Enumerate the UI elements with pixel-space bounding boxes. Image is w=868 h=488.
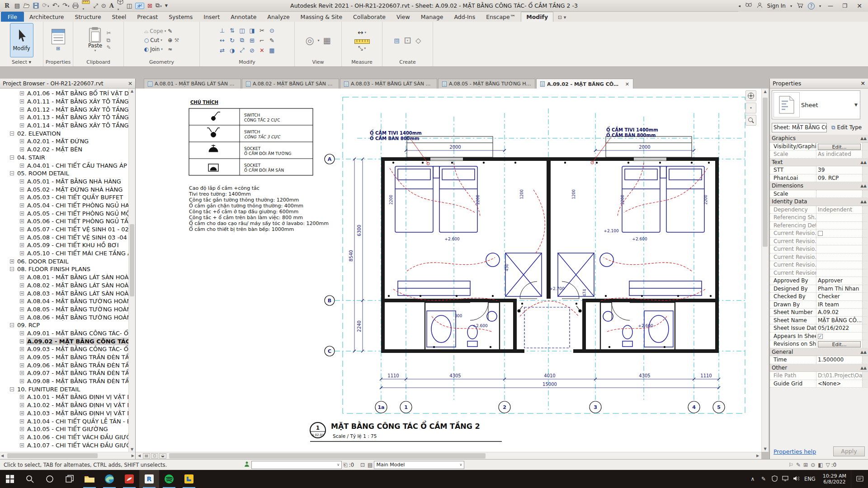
properties-close-icon[interactable]: ✕ xyxy=(861,80,865,87)
split-icon[interactable]: ✂ xyxy=(258,26,267,35)
sign-in-label[interactable]: Sign In xyxy=(767,3,786,9)
browser-item[interactable]: −09. RCP xyxy=(0,321,128,329)
family-types-icon[interactable]: ⊞ xyxy=(56,46,60,52)
property-value[interactable]: IR team xyxy=(816,301,862,309)
cut-icon[interactable]: ✂ xyxy=(106,30,111,36)
ribbon-display-toggle[interactable]: ⊡ ▾ xyxy=(558,14,566,22)
property-value[interactable]: Approver xyxy=(816,277,862,285)
collapse-section-icon[interactable]: ▲▲ xyxy=(860,183,867,188)
delete-icon[interactable]: ✕ xyxy=(258,46,267,55)
array-icon[interactable]: ⊞ xyxy=(248,36,257,45)
tree-expander-icon[interactable]: + xyxy=(20,379,24,383)
match-icon[interactable]: ✎ xyxy=(268,36,277,45)
property-row[interactable]: Guide Grid<None> xyxy=(770,380,868,388)
browser-item[interactable]: +A.05.04 - CHI TIẾT PHÒNG NGỦ HAI GIƯỜ xyxy=(0,202,128,210)
tree-expander-icon[interactable]: + xyxy=(10,259,14,263)
collapse-section-icon[interactable]: ▲▲ xyxy=(860,136,867,141)
property-row[interactable]: Sheet NameMẶT BẰNG CÔ... xyxy=(770,317,868,325)
panel-label-create[interactable]: Create xyxy=(382,59,433,66)
beam-handles-icon[interactable]: ⊕ xyxy=(168,37,172,43)
aligned-dimension-icon[interactable]: ⤢ xyxy=(93,2,98,9)
browser-item[interactable]: +A.10.05 - CHI TIẾT GIƯỜNG xyxy=(0,425,128,433)
property-row[interactable]: Current Revisio... xyxy=(770,230,868,238)
project-browser-hscrollbar[interactable]: ◀ ▶ xyxy=(0,452,135,459)
edit-button[interactable]: Edit... xyxy=(818,144,861,150)
clock[interactable]: 10:29 AM 6/8/2022 xyxy=(818,473,851,485)
type-preview[interactable]: Sheet ▼ xyxy=(772,90,860,119)
tree-expander-icon[interactable]: + xyxy=(20,363,24,367)
notification-center-icon[interactable] xyxy=(851,470,868,488)
property-row[interactable]: Current Revision xyxy=(770,269,868,277)
property-value[interactable]: <None> xyxy=(816,380,862,388)
unpin-icon[interactable]: ⊘ xyxy=(248,46,257,55)
tree-expander-icon[interactable]: + xyxy=(20,123,24,127)
project-browser-header[interactable]: Project Browser - OH-R21-220607.rvt ✕ xyxy=(0,79,135,89)
steering-wheel-icon[interactable] xyxy=(745,90,756,101)
browser-item[interactable]: +A.05.06 - CHI TIẾT PHÒNG NGỦ TẦNG ÁP xyxy=(0,217,128,225)
browser-item[interactable]: +A.05.05 - CHI TIẾT PHÒNG NGỦ MỘT GIƯ xyxy=(0,209,128,217)
property-value[interactable] xyxy=(816,245,862,253)
view-tab-1[interactable]: A.08.01 - MẶT BẰNG LÁT SÀN HOÀ... xyxy=(144,79,241,89)
view-tab-5[interactable]: A.09.02 - MẶT BẰNG CÔNG TÁC...✕ xyxy=(536,79,633,89)
ribbon-tab-precast[interactable]: Precast xyxy=(132,12,163,22)
text-icon[interactable]: A xyxy=(109,2,114,9)
sign-in-dropdown-icon[interactable]: ▾ xyxy=(790,4,792,8)
tree-expander-icon[interactable]: + xyxy=(20,219,24,223)
tree-expander-icon[interactable]: + xyxy=(20,371,24,375)
pdf-app-icon[interactable] xyxy=(119,470,139,488)
cortana-button[interactable] xyxy=(40,470,60,488)
offset-icon[interactable]: ⇅ xyxy=(228,26,237,35)
tree-expander-icon[interactable]: + xyxy=(20,355,24,359)
browser-item[interactable]: +A.02.02 - MẶT BÊN xyxy=(0,145,128,154)
browser-item[interactable]: +A.10.04 - CHI TIẾT QUẦY LỄ TÂN - BUFFE xyxy=(0,417,128,425)
property-row[interactable]: Appears In Shee...✓ xyxy=(770,333,868,341)
pin-icon[interactable]: ⊙ xyxy=(268,26,277,35)
tree-expander-icon[interactable]: + xyxy=(20,188,24,192)
browser-item[interactable]: −04. STAIR xyxy=(0,154,128,162)
restore-button[interactable]: ❐ xyxy=(840,3,850,9)
tree-expander-icon[interactable]: + xyxy=(20,108,24,112)
property-value[interactable]: MẶT BẰNG CÔ... xyxy=(816,317,862,324)
shield-tray-icon[interactable] xyxy=(769,475,780,483)
property-value[interactable]: 09. RCP xyxy=(816,174,862,182)
property-value[interactable]: Checker xyxy=(816,293,862,300)
tree-expander-icon[interactable]: + xyxy=(20,164,24,168)
property-value[interactable] xyxy=(816,190,862,198)
copy-icon[interactable]: ⧉ xyxy=(106,37,111,43)
ribbon-tab-modify[interactable]: Modify xyxy=(521,12,553,22)
properties-section-header[interactable]: Text▲▲ xyxy=(770,159,868,167)
edit-button[interactable]: Edit... xyxy=(818,341,861,347)
browser-item[interactable]: +A.09.07 - MẶT BẰNG TRẦN ĐÈN TẦNG 3 xyxy=(0,369,128,377)
browser-item[interactable]: +A.05.10 - CHI TIẾT MÁI CHE TẦNG ÁP MÁ xyxy=(0,249,128,258)
property-value[interactable]: 05/16/2022 xyxy=(816,324,862,332)
tree-expander-icon[interactable]: − xyxy=(10,155,14,160)
browser-item[interactable]: +A.05.07 - CHI TIẾT VỆ SINH 01 - 02 xyxy=(0,225,128,234)
mirror-pick-icon[interactable]: ◨ xyxy=(248,26,257,35)
tree-expander-icon[interactable]: + xyxy=(20,275,24,279)
panel-label-clipboard[interactable]: Clipboard xyxy=(73,59,123,66)
ribbon-tab-systems[interactable]: Systems xyxy=(163,12,198,22)
browser-item[interactable]: +A.09.01 - MẶT BẰNG CÔNG TÁC- Ổ CẮM xyxy=(0,329,128,338)
tree-expander-icon[interactable]: − xyxy=(10,387,14,391)
tree-expander-icon[interactable]: + xyxy=(20,179,24,183)
tree-expander-icon[interactable]: + xyxy=(20,331,24,335)
visual-style-icon[interactable]: ◻ xyxy=(151,453,158,459)
tree-expander-icon[interactable]: + xyxy=(20,427,24,431)
property-value[interactable] xyxy=(816,222,862,230)
browser-item[interactable]: +A.05.01 - MẶT BẰNG NHÀ HÀNG xyxy=(0,178,128,186)
ribbon-tab-annotate[interactable]: Annotate xyxy=(225,12,262,22)
ribbon-tab-insert[interactable]: Insert xyxy=(198,12,225,22)
tree-expander-icon[interactable]: − xyxy=(10,171,14,175)
tree-expander-icon[interactable]: + xyxy=(20,283,24,287)
panel-label-properties[interactable]: Properties xyxy=(43,59,73,66)
tree-expander-icon[interactable]: + xyxy=(20,347,24,351)
scale-icon[interactable]: ⤢ xyxy=(238,46,247,55)
create-group-icon[interactable]: ⧈ xyxy=(394,35,400,46)
user-icon[interactable] xyxy=(757,2,763,9)
tree-expander-icon[interactable]: − xyxy=(10,267,14,271)
tree-expander-icon[interactable]: + xyxy=(20,99,24,103)
move-icon[interactable]: ↔ xyxy=(218,36,227,45)
browser-item[interactable]: +A.08.01 - MẶT BẰNG LÁT SÀN HOÀN THI xyxy=(0,273,128,282)
properties-section-header[interactable]: Graphics▲▲ xyxy=(770,135,868,143)
browser-item[interactable]: +A.04.01 - CHI TIẾT CẦU THANG ÁP MÁI xyxy=(0,161,128,169)
